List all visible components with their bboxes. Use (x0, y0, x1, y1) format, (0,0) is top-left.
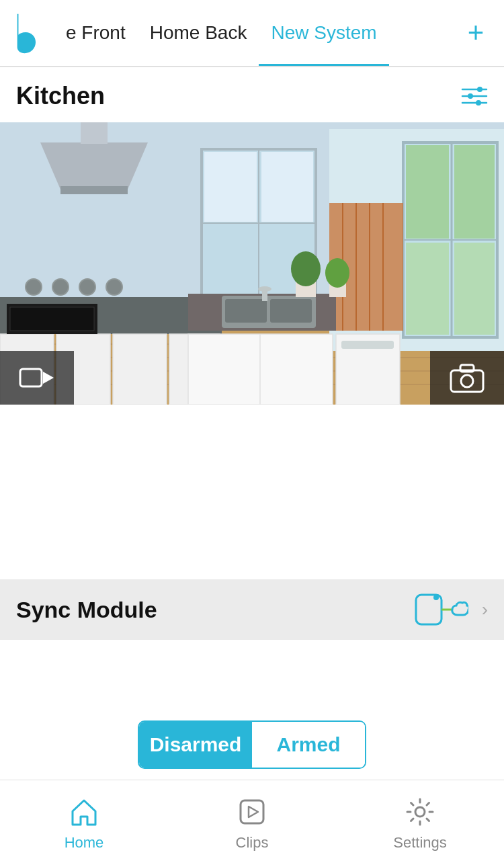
settings-icon (405, 796, 435, 830)
sync-module-title: Sync Module (16, 597, 157, 623)
camera-view (0, 122, 504, 405)
video-record-button[interactable] (0, 351, 74, 405)
svg-point-0 (18, 34, 33, 51)
svg-marker-74 (249, 807, 258, 817)
clips-tab-label: Clips (236, 834, 269, 852)
logo (11, 11, 47, 54)
svg-point-71 (433, 595, 439, 600)
sync-module-icon (415, 589, 468, 630)
middle-area (0, 405, 504, 579)
sync-status: › (415, 589, 488, 630)
bottom-tab-settings[interactable]: Settings (336, 796, 504, 852)
home-icon (69, 796, 99, 830)
svg-point-4 (468, 93, 473, 99)
svg-point-75 (415, 807, 425, 817)
home-tab-label: Home (65, 834, 104, 852)
svg-rect-73 (241, 800, 263, 823)
svg-point-62 (325, 258, 349, 288)
settings-tab-label: Settings (393, 834, 447, 852)
armed-button[interactable]: Armed (252, 722, 365, 768)
svg-point-2 (477, 87, 482, 92)
camera-header: Kitchen (0, 67, 504, 122)
svg-rect-65 (20, 369, 42, 386)
svg-rect-53 (225, 299, 267, 323)
tab-home-back[interactable]: Home Back (138, 0, 259, 66)
chevron-right-icon: › (482, 599, 488, 620)
svg-point-56 (258, 286, 271, 292)
clips-icon (237, 796, 267, 830)
below-sync-area (0, 640, 504, 707)
kitchen-scene (0, 122, 504, 405)
svg-rect-42 (113, 334, 167, 405)
header: e Front Home Back New System + (0, 0, 504, 67)
tab-bar: e Front Home Back New System (54, 0, 458, 66)
svg-point-68 (461, 375, 473, 387)
svg-marker-66 (43, 372, 54, 384)
arm-toggle-container: Disarmed Armed (0, 707, 504, 789)
bottom-navigation-bar: Home Clips Settings (0, 780, 504, 867)
svg-rect-45 (10, 307, 94, 331)
sync-module-bar[interactable]: Sync Module › (0, 579, 504, 640)
photo-capture-button[interactable] (430, 351, 504, 405)
svg-rect-38 (81, 122, 108, 144)
svg-point-48 (52, 279, 69, 295)
svg-rect-35 (261, 152, 313, 222)
svg-rect-37 (60, 186, 128, 194)
svg-rect-54 (270, 299, 312, 323)
svg-point-47 (26, 279, 42, 295)
bottom-tab-clips[interactable]: Clips (168, 796, 336, 852)
tab-home-front[interactable]: e Front (54, 0, 138, 66)
filter-icon[interactable] (461, 84, 488, 108)
svg-rect-34 (204, 152, 257, 222)
tab-new-system[interactable]: New System (259, 0, 388, 66)
camera-title: Kitchen (16, 82, 105, 110)
svg-rect-67 (451, 370, 483, 392)
svg-point-6 (476, 100, 481, 106)
svg-rect-24 (454, 243, 495, 335)
svg-point-60 (291, 251, 321, 286)
svg-rect-69 (460, 365, 474, 372)
svg-point-50 (106, 279, 122, 295)
arm-toggle: Disarmed Armed (138, 720, 366, 769)
svg-rect-22 (454, 145, 495, 239)
svg-rect-64 (341, 341, 394, 349)
svg-point-49 (79, 279, 95, 295)
svg-rect-23 (406, 243, 449, 335)
disarmed-button[interactable]: Disarmed (139, 722, 252, 768)
add-button[interactable]: + (458, 15, 493, 50)
svg-rect-21 (406, 145, 449, 239)
bottom-tab-home[interactable]: Home (0, 796, 168, 852)
